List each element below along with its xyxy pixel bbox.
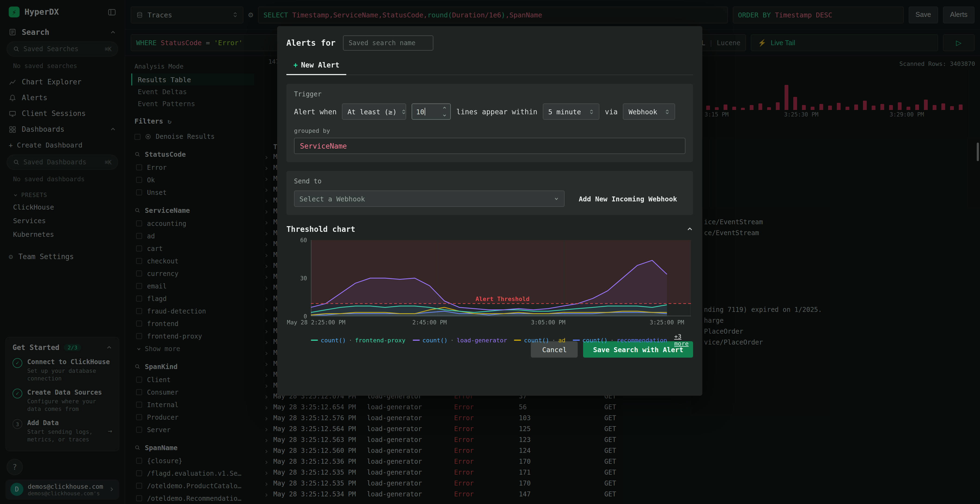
legend-item[interactable]: count()·load-generator [412, 337, 507, 344]
app-root: ⚡ HyperDX Search ⌘K No saved searches Ch… [0, 0, 980, 504]
collapse-chart-chevron-icon[interactable] [687, 226, 693, 232]
legend-item[interactable]: count()·frontend-proxy [311, 337, 405, 344]
select-updown-icon [589, 108, 594, 114]
x-axis-tick: May 28 2:25:00 PM [287, 319, 345, 326]
trigger-label: Trigger [294, 91, 686, 98]
webhook-select-placeholder: Select a Webhook [299, 195, 549, 203]
legend-series-name: recommendation [617, 337, 667, 344]
legend-separator: · [349, 337, 352, 344]
alert-modal: Alerts for +New Alert Trigger Alert when… [277, 26, 702, 396]
add-webhook-button[interactable]: Add New Incoming Webhook [579, 195, 677, 203]
plus-icon: + [293, 61, 298, 69]
send-to-panel: Send to Select a Webhook Add New Incomin… [286, 171, 693, 215]
tab-label: New Alert [301, 61, 339, 69]
time-window-select[interactable]: 5 minute [543, 103, 600, 120]
channel-value: Webhook [628, 108, 661, 116]
grouped-by-label: grouped by [294, 127, 686, 134]
time-window-value: 5 minute [548, 108, 585, 116]
legend-series-name: ad [558, 337, 566, 344]
saved-search-name-input[interactable] [343, 35, 434, 51]
legend-metric: count() [582, 337, 608, 344]
threshold-value-input[interactable]: 10 [412, 103, 451, 120]
alert-tabs: +New Alert [286, 57, 693, 75]
legend-separator: · [450, 337, 454, 344]
chevron-down-icon [554, 196, 559, 201]
legend-metric: count() [524, 337, 549, 344]
x-axis-tick: 3:25:00 PM [650, 319, 684, 326]
comparator-select[interactable]: At least (≥) [342, 103, 406, 120]
legend-item[interactable]: count()·recommendation [573, 337, 667, 344]
lines-appear-text: lines appear within [457, 108, 538, 116]
legend-metric: count() [321, 337, 346, 344]
channel-select[interactable]: Webhook [623, 103, 675, 120]
legend-metric: count() [422, 337, 447, 344]
chart-legend: count()·frontend-proxycount()·load-gener… [311, 333, 693, 347]
y-axis-tick: 30 [286, 275, 307, 281]
comparator-value: At least (≥) [348, 108, 397, 116]
alert-when-text: Alert when [294, 108, 337, 116]
select-updown-icon [401, 108, 406, 114]
threshold-chart-svg [311, 240, 691, 316]
x-axis-tick: 2:45:00 PM [412, 319, 447, 326]
select-updown-icon [665, 108, 670, 114]
text-cursor [425, 108, 425, 115]
legend-dash-icon [573, 340, 579, 341]
legend-series-name: load-generator [457, 337, 507, 344]
legend-item[interactable]: count()·ad [514, 337, 565, 344]
webhook-select[interactable]: Select a Webhook [294, 191, 565, 207]
legend-dash-icon [311, 340, 318, 341]
via-text: via [605, 108, 618, 116]
number-stepper[interactable] [441, 106, 449, 118]
legend-series-name: frontend-proxy [355, 337, 405, 344]
modal-title: Alerts for [286, 38, 336, 48]
legend-separator: · [552, 337, 555, 344]
x-axis-tick: 3:05:00 PM [531, 319, 565, 326]
tab-new-alert[interactable]: +New Alert [286, 58, 347, 75]
trigger-panel: Trigger Alert when At least (≥) 10 lines… [286, 84, 693, 162]
threshold-chart: 60300 Alert Threshold May 28 2:25:00 PM2… [286, 240, 693, 331]
x-axis-labels: May 28 2:25:00 PM2:45:00 PM3:05:00 PM3:2… [311, 319, 691, 328]
send-to-label: Send to [294, 177, 686, 185]
grouped-by-input[interactable]: ServiceName [294, 138, 686, 154]
threshold-chart-block: Threshold chart 60300 Alert Threshold Ma… [286, 225, 693, 331]
legend-show-more[interactable]: +3 more [674, 333, 693, 347]
legend-dash-icon [514, 340, 521, 341]
legend-separator: · [610, 337, 614, 344]
alert-threshold-label: Alert Threshold [476, 295, 530, 302]
y-axis-tick: 60 [286, 237, 307, 243]
threshold-chart-title: Threshold chart [286, 225, 687, 234]
grouped-by-value: ServiceName [300, 142, 347, 150]
y-axis-tick: 0 [286, 313, 307, 320]
threshold-value: 10 [416, 108, 425, 116]
legend-dash-icon [412, 340, 420, 341]
